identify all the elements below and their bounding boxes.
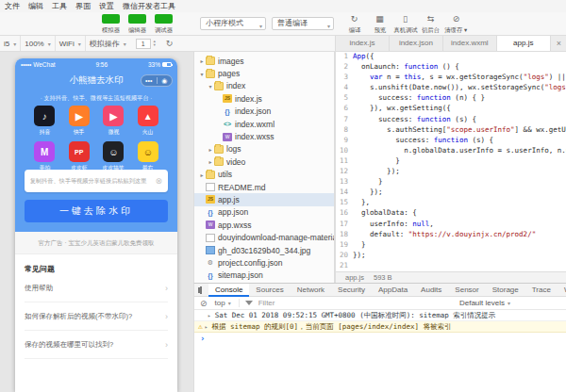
devtools-tab-sensor[interactable]: Sensor: [448, 284, 485, 297]
tree-item-douyindownload-manage-material.zip[interactable]: douyindownload-manage-material.zip: [194, 231, 334, 243]
app-火山[interactable]: ▲火山: [131, 106, 166, 137]
app-皮皮虾[interactable]: PP皮皮虾: [62, 141, 97, 172]
panel-toggle-模拟器[interactable]: 模拟器: [98, 14, 124, 35]
tree-item-app.json[interactable]: {}app.json: [194, 206, 334, 219]
devtools-tab-storage[interactable]: Storage: [486, 284, 525, 297]
expand-caret-icon[interactable]: ▸: [205, 323, 208, 330]
devtools-tab-trace[interactable]: Trace: [525, 284, 558, 297]
tree-expand-arrow[interactable]: ▸: [198, 57, 206, 64]
code-area[interactable]: 1App({2 onLaunch: function () {3 var n =…: [336, 52, 566, 271]
compile-mode-dropdown[interactable]: 普通编译 ▾: [272, 17, 334, 30]
panel-toggle-编辑器[interactable]: 编辑器: [125, 14, 150, 35]
tree-item-app.js[interactable]: JSapp.js: [194, 193, 334, 205]
expand-caret-icon[interactable]: ▸: [208, 312, 211, 318]
tree-item-index.json[interactable]: {}index.json: [194, 106, 334, 118]
console-prompt-row[interactable]: ›: [194, 333, 566, 344]
file-name: utils: [218, 170, 232, 179]
console-message-log[interactable]: ▸Sat Dec 01 2018 09:52:15 GMT+0800 (中国标准…: [194, 310, 566, 321]
tree-item-sitemap.json[interactable]: {}sitemap.json: [194, 270, 334, 282]
operation-value: 模拟操作: [90, 39, 120, 49]
code-text: n.globalData.userInfo = s.userInfo, n.us…: [353, 146, 566, 156]
tree-item-README.md[interactable]: README.md: [194, 181, 334, 193]
app-快手[interactable]: ▶快手: [62, 106, 97, 137]
tree-item-images[interactable]: ▸images: [194, 55, 334, 67]
link-input-placeholder: 复制抖音、快手等视频分享链接后粘贴到这里: [25, 177, 149, 186]
panel-toggle-调试器[interactable]: 调试器: [151, 14, 176, 35]
action-真机调试[interactable]: ▯真机调试: [392, 14, 418, 35]
mode-dropdown[interactable]: 小程序模式 ▾: [200, 17, 266, 30]
zoom-dropdown[interactable]: 100% ▾: [21, 36, 55, 51]
faq-item[interactable]: 保存的视频在哪里可以找到?›: [25, 331, 168, 359]
clear-console-icon[interactable]: ⊘: [200, 299, 208, 308]
app-抖音[interactable]: ♪抖音: [27, 106, 62, 137]
close-tab-icon[interactable]: ×: [551, 36, 566, 51]
action-清缓存[interactable]: ⊘清缓存 ▾: [443, 14, 469, 35]
action-预览[interactable]: ▦预览: [367, 14, 392, 35]
devtools-tab-appdata[interactable]: AppData: [372, 284, 414, 297]
tree-expand-arrow[interactable]: ▸: [207, 158, 214, 165]
tree-item-video[interactable]: ▸video: [194, 155, 334, 168]
tree-expand-arrow[interactable]: ▾: [207, 83, 214, 90]
menu-item[interactable]: 文件: [5, 1, 20, 11]
context-dropdown[interactable]: top ▾: [215, 299, 240, 307]
editor-tab-index.js[interactable]: index.js: [336, 36, 390, 51]
simulate-operation-dropdown[interactable]: 模拟操作 ▾: [86, 36, 130, 51]
tree-expand-arrow[interactable]: ▸: [198, 172, 206, 178]
code-line: 4 s.unshift(Date.now()), wx.setStorageSy…: [336, 83, 566, 93]
console-filter-input[interactable]: Filter: [258, 299, 459, 307]
app-美拍[interactable]: M美拍: [27, 141, 62, 172]
devtools-tab-console[interactable]: Console: [208, 284, 249, 297]
tree-item-logs[interactable]: ▸logs: [194, 143, 334, 155]
clear-input-icon[interactable]: ⊗: [155, 176, 168, 186]
device-dropdown[interactable]: i5 ▾: [0, 36, 21, 51]
scene-input[interactable]: 1: [136, 39, 151, 49]
faq-item[interactable]: 使用帮助›: [25, 274, 168, 302]
devtools-tab-audits[interactable]: Audits: [414, 284, 448, 297]
mode-dropdown-value: 小程序模式: [206, 19, 243, 27]
tree-item-app.wxss[interactable]: Wapp.wxss: [194, 219, 334, 231]
devtools-tab-sources[interactable]: Sources: [249, 284, 290, 297]
tree-item-index[interactable]: ▾index: [194, 80, 334, 92]
toolbar-actions: ↻编译▦预览▯真机调试⇆切后台⊘清缓存 ▾: [341, 14, 469, 35]
tree-item-project.config.json[interactable]: ⚙project.config.json: [194, 256, 334, 269]
menu-item[interactable]: 设置: [99, 1, 114, 11]
devtools-tab-wxml[interactable]: Wxml: [558, 284, 566, 297]
menu-item[interactable]: 界面: [75, 1, 91, 11]
scene-stepper[interactable]: ▲▼: [153, 40, 157, 47]
devtools-tab-network[interactable]: Network: [291, 284, 331, 297]
link-input[interactable]: 复制抖音、快手等视频分享链接后粘贴到这里 ⊗: [25, 170, 168, 192]
editor-tab-index.json[interactable]: index.json: [390, 36, 443, 51]
menu-item[interactable]: 编辑: [28, 1, 43, 11]
exit-button[interactable]: ◉: [158, 75, 173, 86]
faq-item[interactable]: 如何保存解析后的视频(不带水印)?›: [25, 302, 168, 331]
app-最右[interactable]: ☺最右: [131, 141, 166, 172]
tree-expand-arrow[interactable]: ▾: [198, 71, 206, 77]
console-message-warning[interactable]: ⚠▸根据 sitemap 的规则[0]，当前页面 [pages/index/in…: [194, 321, 566, 333]
action-切后台[interactable]: ⇆切后台: [418, 14, 443, 35]
tree-item-gh_d03c1629b40_344.jpg[interactable]: gh_d03c1629b40_344.jpg: [194, 244, 334, 256]
tree-item-pages[interactable]: ▾pages: [194, 67, 334, 79]
log-levels-dropdown[interactable]: Default levels ▾: [459, 299, 510, 307]
tree-item-index.wxml[interactable]: <>index.wxml: [194, 118, 334, 130]
device-value: i5: [4, 40, 9, 48]
menu-item[interactable]: 微信开发者工具: [123, 1, 175, 11]
ad-banner[interactable]: 官方广告 · 宝宝少儿英语启蒙儿歌免费领取: [15, 232, 177, 254]
refresh-icon[interactable]: ↻: [166, 39, 174, 48]
filter-icon[interactable]: [245, 301, 253, 305]
app-皮皮搞笑[interactable]: ☺皮皮搞笑: [96, 141, 131, 172]
network-dropdown[interactable]: WiFi ▾: [56, 36, 86, 51]
remove-watermark-button[interactable]: 一键去除水印: [25, 200, 168, 222]
编译-icon: ↻: [351, 14, 358, 24]
dock-side-icon[interactable]: [200, 286, 202, 294]
editor-tab-app.js[interactable]: app.js: [497, 36, 551, 51]
more-menu-button[interactable]: •••: [142, 75, 157, 86]
menu-item[interactable]: 工具: [52, 1, 67, 11]
app-微视[interactable]: ▶微视: [96, 106, 131, 137]
action-编译[interactable]: ↻编译: [341, 14, 367, 35]
tree-item-index.js[interactable]: JSindex.js: [194, 92, 334, 105]
tree-item-utils[interactable]: ▸utils: [194, 169, 334, 181]
devtools-tab-security[interactable]: Security: [331, 284, 372, 297]
tree-item-index.wxss[interactable]: Windex.wxss: [194, 130, 334, 142]
editor-tab-index.wxml[interactable]: index.wxml: [443, 36, 497, 51]
tree-expand-arrow[interactable]: ▸: [207, 146, 214, 153]
